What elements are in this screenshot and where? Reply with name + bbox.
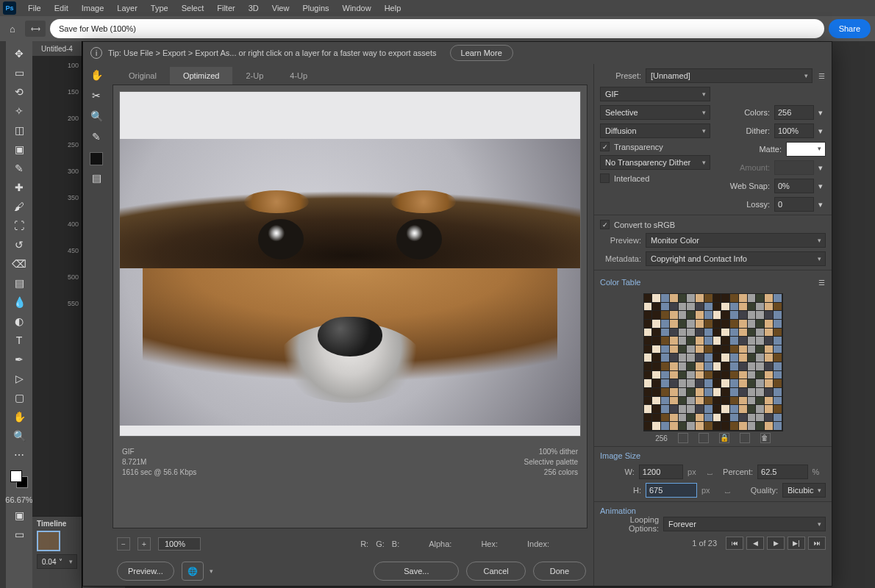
pen-tool[interactable]: ✒ <box>11 351 27 368</box>
link-dims-icon[interactable]: ⎵ <box>705 467 714 476</box>
stamp-tool[interactable]: ⛶ <box>11 218 27 234</box>
prev-frame-button[interactable]: ◀ <box>746 537 764 550</box>
menu-help[interactable]: Help <box>379 1 407 15</box>
shape-tool[interactable]: ▢ <box>11 390 27 406</box>
lossy-input[interactable]: 0 <box>774 197 814 212</box>
frame-counter: 1 of 23 <box>692 539 717 548</box>
menu-layer[interactable]: Layer <box>111 1 143 15</box>
frame-tool[interactable]: ▣ <box>11 141 27 157</box>
tab-original[interactable]: Original <box>115 67 170 85</box>
preset-select[interactable]: [Unnamed] <box>646 68 813 83</box>
done-button[interactable]: Done <box>533 562 586 581</box>
brush-tool[interactable]: 🖌 <box>11 198 27 215</box>
last-frame-button[interactable]: ⏭ <box>808 537 826 550</box>
document-tab[interactable]: Untitled-4 <box>32 41 82 56</box>
srgb-check[interactable]: ✓ <box>600 220 610 229</box>
ct-lock-icon[interactable]: 🔒 <box>719 433 729 443</box>
wand-tool[interactable]: ✧ <box>11 103 27 119</box>
type-tool[interactable]: T <box>11 332 27 348</box>
menu-filter[interactable]: Filter <box>211 1 240 15</box>
menu-select[interactable]: Select <box>176 1 210 15</box>
menu-window[interactable]: Window <box>337 1 377 15</box>
edit-toolbar[interactable]: ⋯ <box>11 447 27 463</box>
preview-button[interactable]: Preview... <box>117 562 174 581</box>
dither-algo-select[interactable]: Diffusion <box>600 123 710 138</box>
reduction-select[interactable]: Selective <box>600 105 710 120</box>
lasso-tool[interactable]: ⟲ <box>11 84 27 100</box>
menu-image[interactable]: Image <box>76 1 110 15</box>
slice-tool-icon[interactable]: ✂ <box>88 87 104 104</box>
tab-optimized[interactable]: Optimized <box>170 67 233 85</box>
link-dims-icon-2[interactable]: ⎵ <box>722 486 732 495</box>
preview-image[interactable] <box>119 91 581 437</box>
zoom-in-icon[interactable]: + <box>138 537 151 551</box>
dodge-tool[interactable]: ◐ <box>11 313 27 329</box>
dither-input[interactable]: 100% <box>774 123 814 138</box>
zoom-select[interactable]: 100% <box>158 537 201 551</box>
height-input[interactable]: 675 <box>646 483 697 498</box>
move-tool[interactable]: ✥ <box>11 46 27 62</box>
percent-input[interactable]: 62.5 <box>757 465 808 479</box>
learn-more-button[interactable]: Learn More <box>450 45 513 61</box>
transparency-check[interactable]: ✓ <box>600 142 610 151</box>
interlaced-check[interactable] <box>600 173 610 183</box>
eyedropper-tool[interactable]: ✎ <box>11 160 27 176</box>
play-button[interactable]: ▶ <box>767 537 785 550</box>
quickmask-icon[interactable]: ▣ <box>11 507 27 523</box>
preset-menu-icon[interactable]: ☰ <box>817 71 826 80</box>
ct-icon-2[interactable] <box>699 433 709 443</box>
menu-type[interactable]: Type <box>145 1 174 15</box>
menu-edit[interactable]: Edit <box>49 1 74 15</box>
colors-input[interactable]: 256 <box>774 105 814 120</box>
width-input[interactable]: 1200 <box>639 465 683 479</box>
crop-tool[interactable]: ◫ <box>11 122 27 138</box>
menu-file[interactable]: File <box>22 1 47 15</box>
first-frame-button[interactable]: ⏮ <box>726 537 743 550</box>
matte-select[interactable] <box>786 142 826 157</box>
zoom-tool[interactable]: 🔍 <box>11 428 27 444</box>
marquee-tool[interactable]: ▭ <box>11 65 27 81</box>
gradient-tool[interactable]: ▤ <box>11 275 27 291</box>
save-button[interactable]: Save... <box>374 562 459 581</box>
menu-3d[interactable]: 3D <box>243 1 265 15</box>
next-frame-button[interactable]: ▶| <box>788 537 805 550</box>
format-select[interactable]: GIF <box>600 87 710 101</box>
browser-preview-button[interactable]: 🌐 <box>182 562 204 581</box>
preview-select[interactable]: Monitor Color <box>646 233 826 248</box>
home-button[interactable]: ⌂ <box>4 21 21 37</box>
tab-2up[interactable]: 2-Up <box>232 67 276 85</box>
timeline-frame-thumb[interactable] <box>37 531 60 551</box>
color-table-menu-icon[interactable]: ☰ <box>817 278 826 287</box>
eraser-tool[interactable]: ⌫ <box>11 256 27 272</box>
trans-dither-select[interactable]: No Transparency Dither <box>600 155 710 170</box>
quality-label: Quality: <box>737 486 778 495</box>
websnap-input[interactable]: 0% <box>774 179 814 193</box>
loop-select[interactable]: Forever <box>663 517 826 531</box>
menu-plugins[interactable]: Plugins <box>296 1 335 15</box>
history-brush-tool[interactable]: ↺ <box>11 237 27 253</box>
search-bar[interactable]: Save for Web (100%) <box>50 19 824 38</box>
eyedropper-tool-icon[interactable]: ✎ <box>88 129 104 145</box>
path-select-tool[interactable]: ▷ <box>11 370 27 387</box>
share-button[interactable]: Share <box>829 19 871 38</box>
blur-tool[interactable]: 💧 <box>11 294 27 310</box>
hand-tool-icon[interactable]: ✋ <box>88 67 104 83</box>
slice-visibility-icon[interactable]: ▤ <box>88 170 104 186</box>
ct-new-icon[interactable] <box>740 433 750 443</box>
screenmode-icon[interactable]: ▭ <box>11 526 27 542</box>
zoom-tool-icon[interactable]: 🔍 <box>88 108 104 124</box>
zoom-mode-icon[interactable]: ⟷ <box>25 21 46 37</box>
frame-duration[interactable]: 0.04 ˅ <box>37 554 77 569</box>
ct-icon-1[interactable] <box>678 433 688 443</box>
color-swatches[interactable] <box>10 470 28 488</box>
zoom-out-icon[interactable]: − <box>117 537 130 551</box>
cancel-button[interactable]: Cancel <box>466 562 525 581</box>
metadata-select[interactable]: Copyright and Contact Info <box>646 251 826 266</box>
hand-tool[interactable]: ✋ <box>11 409 27 425</box>
menu-view[interactable]: View <box>266 1 296 15</box>
tab-4up[interactable]: 4-Up <box>276 67 321 85</box>
color-table-grid[interactable] <box>643 293 783 431</box>
ct-trash-icon[interactable]: 🗑 <box>760 433 771 443</box>
quality-select[interactable]: Bicubic <box>782 483 826 498</box>
heal-tool[interactable]: ✚ <box>11 179 27 196</box>
